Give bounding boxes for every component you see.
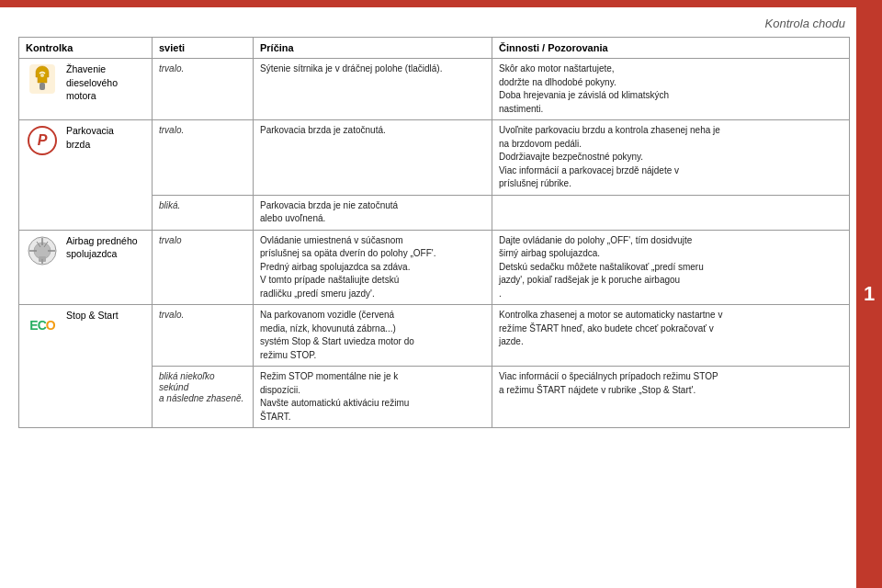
kontrolka-cell-zhavenie: Žhavenie dieselového motora [19, 59, 153, 120]
zhavenie-label: Žhavenie dieselového motora [66, 62, 118, 103]
airbag-icon [26, 234, 59, 267]
svg-rect-1 [40, 83, 45, 90]
top-bar [0, 0, 882, 7]
cinnosti-cell [492, 195, 850, 230]
page-title: Kontrola chodu [765, 17, 845, 30]
svieti-cell: trvalo. [153, 59, 254, 120]
cinnosti-cell: Dajte ovládanie do polohy „OFF', tím dos… [492, 230, 850, 305]
table-row: Airbag predného spolujazdcatrvaloOvládan… [19, 230, 850, 305]
stop-start-label: Stop & Start [66, 309, 119, 322]
table-row: ECOStop & Starttrvalo.Na parkovanom vozi… [19, 305, 850, 367]
parkovacia-label: Parkovacia brzda [66, 124, 114, 151]
table-row: PParkovacia brzdatrvalo.Parkovacia brzda… [19, 120, 850, 196]
pricina-cell: Parkovacia brzda je nie zatočnutá alebo … [254, 195, 492, 230]
parkovacia-icon: P [26, 124, 59, 157]
pricina-cell: Ovládanie umiestnená v súčasnom príslušn… [254, 230, 492, 305]
controls-table: Kontrolka svieti Príčina Činnosti / Pozo… [18, 37, 850, 428]
svieti-cell: trvalo. [153, 120, 254, 196]
svieti-cell: bliká. [153, 195, 254, 230]
main-content: Kontrolka svieti Príčina Činnosti / Pozo… [18, 37, 850, 570]
kontrolka-cell-stop-start: ECOStop & Start [19, 305, 153, 428]
table-row: Žhavenie dieselového motoratrvalo.Sýteni… [19, 59, 850, 120]
pricina-cell: Parkovacia brzda je zatočnutá. [254, 120, 492, 196]
stop-start-icon: ECO [26, 309, 59, 342]
pricina-cell: Režim STOP momentálne nie je k dispozíci… [254, 367, 492, 428]
cinnosti-cell: Viac informácií o špeciálnych prípadoch … [492, 367, 850, 428]
cinnosti-cell: Kontrolka zhasenej a motor se automatick… [492, 305, 850, 367]
side-tab: 1 [856, 0, 882, 588]
svieti-cell: trvalo. [153, 305, 254, 367]
airbag-label: Airbag predného spolujazdca [66, 234, 138, 261]
kontrolka-cell-airbag: Airbag predného spolujazdca [19, 230, 153, 305]
kontrolka-cell-parkovacia: PParkovacia brzda [19, 120, 153, 231]
svieti-cell: bliká niekoľko sekúnd a následne zhaseně… [153, 367, 254, 428]
zhavenie-icon [26, 62, 59, 96]
header-svieti: svieti [153, 38, 254, 59]
page-number: 1 [864, 282, 875, 306]
header-cinnosti: Činnosti / Pozorovania [492, 38, 850, 59]
header-kontrolka: Kontrolka [19, 38, 153, 59]
pricina-cell: Na parkovanom vozidle (červená media, ní… [254, 305, 492, 367]
cinnosti-cell: Uvoľnite parkovaciu brzdu a kontrola zha… [492, 120, 850, 196]
pricina-cell: Sýtenie sítrnika je v dráčnej polohe (tl… [254, 59, 492, 120]
header-pricina: Príčina [254, 38, 492, 59]
svieti-cell: trvalo [153, 230, 254, 305]
cinnosti-cell: Skôr ako motor naštartujete, dodržte na … [492, 59, 850, 120]
svg-point-2 [40, 74, 44, 77]
